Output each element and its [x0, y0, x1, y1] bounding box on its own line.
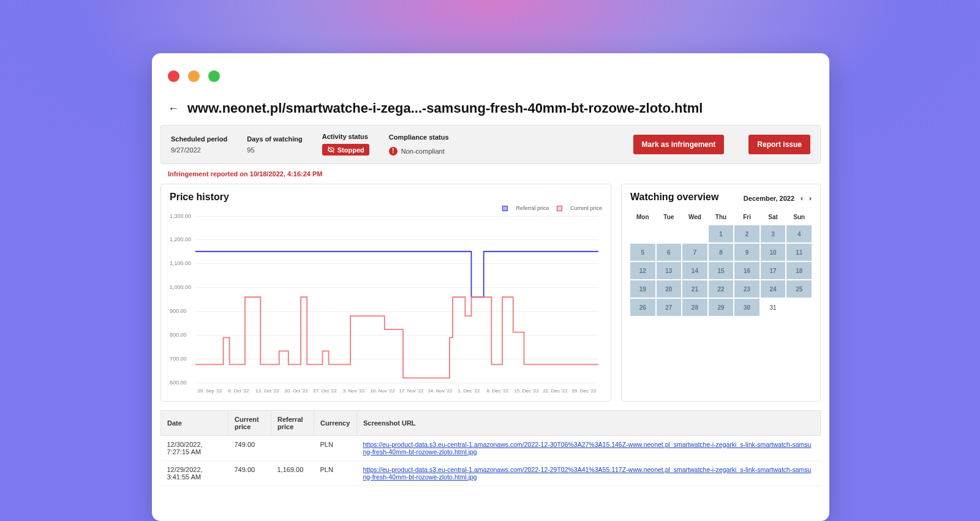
watching-overview-title: Watching overview — [630, 192, 718, 203]
screenshots-table: Date Current price Referral price Curren… — [160, 410, 821, 486]
screenshot-link[interactable]: https://eu-product-data.s3.eu-central-1.… — [363, 466, 812, 481]
calendar-day[interactable]: 16 — [734, 262, 760, 279]
window-min-dot[interactable] — [188, 70, 200, 82]
col-currency: Currency — [314, 410, 357, 435]
calendar-day[interactable]: 24 — [761, 280, 786, 298]
calendar-day[interactable]: 29 — [709, 299, 734, 316]
x-tick: 29. Dec '22 — [570, 388, 598, 394]
calendar-day[interactable]: 20 — [657, 280, 682, 298]
scheduled-period-value: 9/27/2022 — [171, 146, 227, 154]
days-watching-field: Days of watching 95 — [247, 135, 302, 154]
x-tick: 15. Dec '22 — [512, 388, 541, 394]
calendar-day[interactable]: 9 — [734, 244, 760, 261]
activity-status-value: Stopped — [337, 146, 364, 154]
infringement-alert: Infringement reported on 10/18/2022, 4:1… — [152, 164, 829, 184]
table-row: 12/30/2022, 7:27:15 AM749.00PLNhttps://e… — [161, 435, 821, 460]
app-window: ← www.neonet.pl/smartwatche-i-zega...-sa… — [152, 53, 829, 521]
calendar-day[interactable]: 14 — [682, 262, 707, 279]
activity-status-field: Activity status Stopped — [322, 133, 369, 156]
calendar-day[interactable]: 25 — [786, 280, 812, 298]
mark-infringement-button[interactable]: Mark as infringement — [633, 135, 725, 154]
window-close-dot[interactable] — [168, 70, 179, 82]
cell-date: 12/30/2022, 7:27:15 AM — [161, 435, 228, 460]
calendar-day[interactable]: 10 — [761, 244, 786, 261]
x-tick: 6. Oct '22 — [224, 388, 253, 394]
calendar-day[interactable]: 2 — [734, 225, 760, 242]
price-history-title: Price history — [170, 192, 602, 203]
x-tick: 24. Nov '22 — [426, 388, 454, 394]
calendar-grid: MonTueWedThuFriSatSun1234567891011121314… — [630, 212, 812, 316]
calendar-day[interactable]: 18 — [786, 262, 812, 279]
calendar-day[interactable]: 26 — [630, 299, 655, 316]
activity-status-pill: Stopped — [322, 144, 369, 156]
calendar-dow: Mon — [630, 212, 655, 224]
window-titlebar — [152, 53, 829, 100]
series-referral-price — [195, 251, 598, 297]
compliance-status-label: Compliance status — [389, 133, 449, 141]
chart-area: 1,300.001,200.001,100.001,000.00900.0080… — [170, 216, 602, 394]
col-referral: Referral price — [271, 410, 314, 435]
cell-url: https://eu-product-data.s3.eu-central-1.… — [357, 460, 821, 485]
calendar-day[interactable]: 19 — [630, 280, 655, 298]
days-watching-value: 95 — [247, 146, 302, 154]
watching-overview-panel: Watching overview December, 2022 ‹ › Mon… — [621, 184, 821, 402]
window-max-dot[interactable] — [208, 70, 220, 82]
y-tick: 900.00 — [170, 308, 187, 314]
calendar-day[interactable]: 8 — [709, 244, 734, 261]
back-arrow-icon[interactable]: ← — [168, 102, 179, 115]
scheduled-period-field: Scheduled period 9/27/2022 — [171, 135, 227, 154]
calendar-dow: Fri — [734, 212, 760, 224]
calendar-day[interactable]: 31 — [761, 299, 786, 316]
calendar-day[interactable]: 13 — [657, 262, 682, 279]
x-tick: 3. Nov '22 — [339, 388, 368, 394]
calendar-day[interactable]: 3 — [761, 225, 786, 242]
cell-current: 749.00 — [228, 460, 271, 485]
calendar-day[interactable]: 22 — [709, 280, 734, 298]
x-tick: 17. Nov '22 — [397, 388, 426, 394]
calendar-month-label: December, 2022 — [744, 195, 794, 202]
price-history-panel: Price history Referral price Current pri… — [160, 184, 611, 402]
screenshots-table-wrap: Date Current price Referral price Curren… — [160, 410, 821, 486]
calendar-day[interactable]: 7 — [682, 244, 707, 261]
alert-icon: ! — [389, 147, 398, 156]
y-tick: 600.00 — [170, 380, 187, 386]
calendar-prev-icon[interactable]: ‹ — [801, 194, 803, 203]
col-current: Current price — [228, 410, 271, 435]
cell-url: https://eu-product-data.s3.eu-central-1.… — [357, 435, 821, 460]
calendar-dow: Sun — [786, 212, 812, 224]
chart-x-axis: 29. Sep '226. Oct '2213. Oct '2220. Oct … — [195, 388, 598, 394]
scheduled-period-label: Scheduled period — [171, 135, 227, 143]
calendar-dow: Sat — [761, 212, 786, 224]
calendar-dow: Tue — [657, 212, 682, 224]
x-tick: 22. Dec '22 — [541, 388, 570, 394]
calendar-dow: Wed — [682, 212, 707, 224]
report-issue-button[interactable]: Report issue — [748, 135, 810, 154]
col-url: Screenshot URL — [357, 410, 821, 435]
calendar-day[interactable]: 23 — [734, 280, 760, 298]
calendar-day[interactable]: 21 — [682, 280, 707, 298]
calendar-day[interactable]: 30 — [734, 299, 760, 316]
calendar-day[interactable]: 17 — [761, 262, 786, 279]
calendar-day[interactable]: 6 — [657, 244, 682, 261]
eye-off-icon — [327, 146, 335, 154]
calendar-day[interactable]: 15 — [709, 262, 734, 279]
calendar-day[interactable]: 11 — [786, 244, 812, 261]
calendar-day[interactable]: 12 — [630, 262, 655, 279]
calendar-day[interactable]: 28 — [682, 299, 707, 316]
cell-referral — [271, 435, 314, 460]
y-tick: 1,000.00 — [170, 284, 191, 290]
y-tick: 1,200.00 — [170, 236, 191, 242]
x-tick: 29. Sep '22 — [195, 388, 224, 394]
calendar-day[interactable]: 27 — [657, 299, 682, 316]
cell-currency: PLN — [314, 460, 357, 485]
info-bar: Scheduled period 9/27/2022 Days of watch… — [160, 125, 821, 164]
x-tick: 20. Oct '22 — [282, 388, 311, 394]
x-tick: 13. Oct '22 — [253, 388, 282, 394]
calendar-next-icon[interactable]: › — [809, 194, 812, 203]
compliance-status-value: Non-compliant — [401, 148, 445, 155]
calendar-day[interactable]: 5 — [630, 244, 655, 261]
calendar-day[interactable]: 1 — [709, 225, 734, 242]
calendar-day[interactable]: 4 — [786, 225, 812, 242]
screenshot-link[interactable]: https://eu-product-data.s3.eu-central-1.… — [363, 441, 812, 455]
y-tick: 700.00 — [170, 356, 187, 362]
